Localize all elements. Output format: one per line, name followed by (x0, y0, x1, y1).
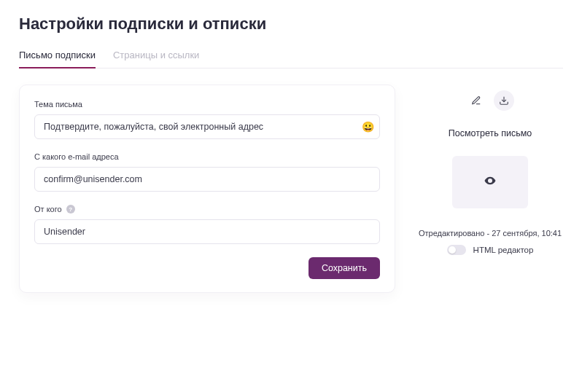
edited-timestamp: Отредактировано - 27 сентября, 10:41 (417, 229, 563, 238)
tab-subscribe-letter[interactable]: Письмо подписки (19, 50, 96, 68)
edit-icon[interactable] (466, 90, 486, 111)
html-editor-label: HTML редактор (473, 246, 534, 254)
side-panel: Посмотреть письмо Отредактировано - 27 с… (417, 85, 563, 255)
field-from-name: От кого ? (34, 205, 380, 244)
preview-label: Посмотреть письмо (417, 128, 563, 138)
field-subject: Тема письма 😀 (34, 100, 380, 139)
from-email-input[interactable] (34, 167, 380, 192)
label-subject: Тема письма (34, 100, 380, 109)
label-from-name-text: От кого (34, 205, 62, 213)
label-from-email: С какого e-mail адреса (34, 152, 380, 161)
html-editor-toggle[interactable] (447, 245, 466, 255)
subject-input[interactable] (34, 114, 380, 139)
field-from-email: С какого e-mail адреса (34, 152, 380, 192)
download-icon[interactable] (494, 90, 514, 111)
label-from-name: От кого ? (34, 205, 380, 213)
help-icon[interactable]: ? (66, 205, 75, 213)
page-title: Настройки подписки и отписки (19, 15, 563, 34)
from-name-input[interactable] (34, 219, 380, 244)
save-button[interactable]: Сохранить (309, 257, 380, 279)
preview-thumbnail[interactable] (452, 156, 528, 208)
svg-point-1 (489, 180, 492, 182)
emoji-icon[interactable]: 😀 (362, 122, 374, 132)
eye-icon (484, 174, 497, 190)
tab-pages-links[interactable]: Страницы и ссылки (113, 50, 199, 68)
settings-card: Тема письма 😀 С какого e-mail адреса От … (19, 85, 395, 293)
tabs: Письмо подписки Страницы и ссылки (19, 50, 563, 68)
